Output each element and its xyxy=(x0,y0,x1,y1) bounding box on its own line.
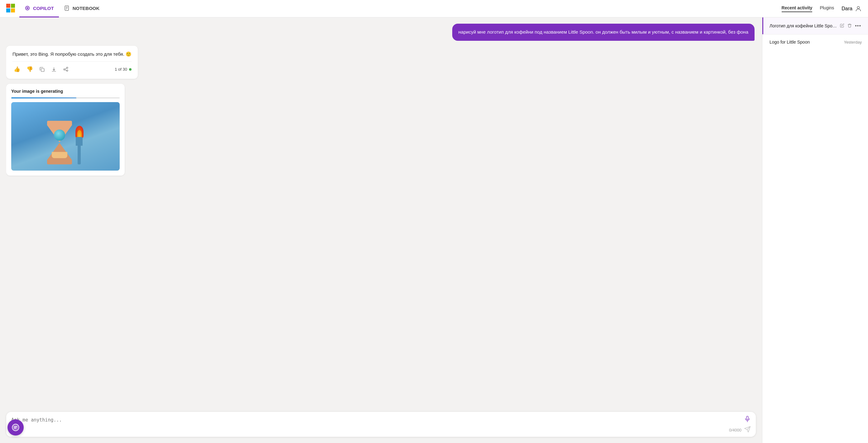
tab-copilot[interactable]: COPILOT xyxy=(19,0,59,18)
counter-text: 1 of 30 xyxy=(115,66,127,72)
assistant-message-wrapper: Привет, это Bing. Я попробую создать это… xyxy=(6,46,138,79)
user-name: Dara xyxy=(841,6,852,11)
progress-bar-fill xyxy=(11,97,76,98)
download-button[interactable] xyxy=(50,65,58,73)
input-area: 0/4000 xyxy=(6,412,756,437)
input-row xyxy=(11,416,751,424)
tab-notebook-label: NOTEBOOK xyxy=(73,6,100,11)
sidebar-item-1-title: Логотип для кофейни Little Spoon xyxy=(770,23,837,28)
header-tabs: Recent activity Plugins xyxy=(782,5,834,12)
ms-logo xyxy=(6,4,15,14)
mic-icon xyxy=(744,416,751,422)
svg-rect-0 xyxy=(6,4,10,8)
sidebar-item-2-title: Logo for Little Spoon xyxy=(770,39,841,44)
share-icon xyxy=(63,67,68,72)
image-card: Your image is generating xyxy=(6,84,125,176)
generated-image xyxy=(11,102,120,171)
svg-rect-3 xyxy=(11,8,15,12)
more-button-1[interactable]: ••• xyxy=(854,23,862,29)
green-dot xyxy=(129,68,131,71)
assistant-greeting-text: Привет, это Bing. Я попробую создать это… xyxy=(12,52,131,57)
input-footer: 0/4000 xyxy=(11,426,751,434)
recent-activity-tab[interactable]: Recent activity xyxy=(782,5,812,12)
image-card-title: Your image is generating xyxy=(11,89,120,94)
chat-area: нарисуй мне логотип для кофейни под назв… xyxy=(0,18,762,443)
download-icon xyxy=(51,67,57,72)
svg-point-16 xyxy=(12,424,19,431)
thumbs-down-icon: 👎 xyxy=(27,66,33,72)
sidebar-item-2-meta: Yesterday xyxy=(844,40,862,44)
share-button[interactable] xyxy=(62,65,70,73)
main-layout: нарисуй мне логотип для кофейни под назв… xyxy=(0,18,868,443)
mic-button[interactable] xyxy=(744,416,751,424)
send-icon xyxy=(744,426,751,433)
chat-input[interactable] xyxy=(11,417,741,423)
copilot-bubble[interactable] xyxy=(7,419,24,436)
header: COPILOT NOTEBOOK Recent activity Plugins… xyxy=(0,0,868,18)
edit-button-1[interactable] xyxy=(839,23,845,29)
svg-rect-2 xyxy=(6,8,10,12)
user-area[interactable]: Dara xyxy=(841,5,862,12)
sidebar-item-1[interactable]: Логотип для кофейни Little Spoon ••• xyxy=(762,18,868,34)
thumbs-up-button[interactable]: 👍 xyxy=(12,65,22,74)
user-message: нарисуй мне логотип для кофейни под назв… xyxy=(452,24,754,41)
svg-point-5 xyxy=(27,7,28,9)
svg-point-10 xyxy=(857,6,859,8)
sidebar: Логотип для кофейни Little Spoon ••• xyxy=(762,18,868,443)
svg-rect-11 xyxy=(41,68,44,72)
delete-button-1[interactable] xyxy=(847,23,852,29)
hourglass-illustration xyxy=(47,121,84,168)
char-count-text: 0/4000 xyxy=(729,428,741,433)
assistant-message: Привет, это Bing. Я попробую создать это… xyxy=(6,46,138,79)
thumbs-down-button[interactable]: 👎 xyxy=(25,65,34,74)
hourglass xyxy=(47,121,72,164)
header-right: Recent activity Plugins Dara xyxy=(782,5,862,12)
copilot-icon xyxy=(24,5,31,11)
char-count: 0/4000 xyxy=(729,426,751,434)
copy-button[interactable] xyxy=(38,65,46,73)
thumbs-up-icon: 👍 xyxy=(14,66,20,72)
chat-messages: нарисуй мне логотип для кофейни под назв… xyxy=(6,24,756,407)
svg-rect-12 xyxy=(746,416,748,420)
counter-badge: 1 of 30 xyxy=(115,66,131,72)
tab-copilot-label: COPILOT xyxy=(33,6,54,11)
edit-icon xyxy=(840,23,844,28)
user-avatar-icon xyxy=(855,5,862,12)
sidebar-item-1-actions: ••• xyxy=(839,23,862,29)
assistant-actions: 👍 👎 xyxy=(12,61,131,74)
more-icon: ••• xyxy=(855,23,861,28)
delete-icon xyxy=(847,23,852,28)
nav-tabs: COPILOT NOTEBOOK xyxy=(19,0,782,18)
svg-rect-1 xyxy=(11,4,15,8)
notebook-icon xyxy=(64,5,70,11)
plugins-tab[interactable]: Plugins xyxy=(820,5,834,12)
tab-notebook[interactable]: NOTEBOOK xyxy=(59,0,105,18)
sidebar-item-2[interactable]: Logo for Little Spoon Yesterday xyxy=(762,35,868,49)
send-button[interactable] xyxy=(744,426,751,434)
copilot-bubble-icon xyxy=(11,423,20,432)
progress-bar xyxy=(11,97,120,98)
copy-icon xyxy=(39,67,45,72)
torch xyxy=(74,133,84,164)
